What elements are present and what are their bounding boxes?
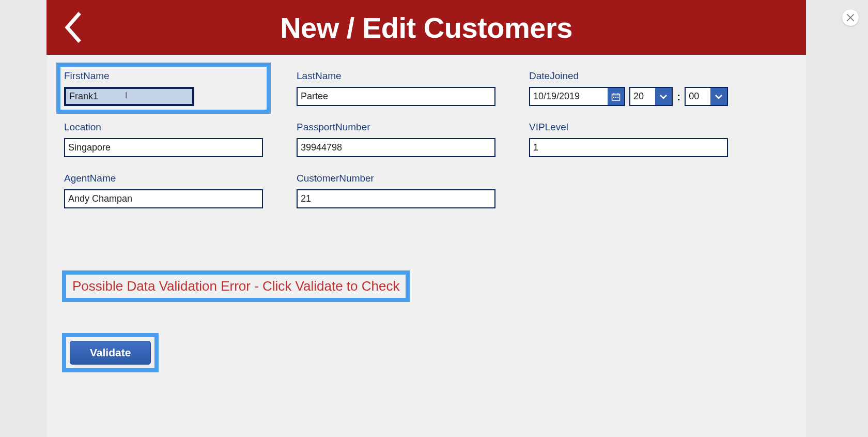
page-title: New / Edit Customers xyxy=(47,11,806,44)
firstname-label: FirstName xyxy=(64,70,263,82)
customernumber-label: CustomerNumber xyxy=(297,173,495,184)
date-picker-button[interactable] xyxy=(608,88,624,105)
back-button[interactable] xyxy=(62,11,83,43)
time-separator: : xyxy=(677,90,680,103)
lastname-input[interactable] xyxy=(297,87,495,106)
hour-value: 20 xyxy=(630,88,655,105)
svg-rect-6 xyxy=(613,97,614,98)
hour-select: 20 xyxy=(629,87,673,106)
form-area: FirstName I LastName DateJoined xyxy=(47,55,806,383)
location-label: Location xyxy=(64,122,263,133)
agentname-input[interactable] xyxy=(64,189,263,208)
viplevel-field-group: VIPLevel xyxy=(529,122,728,157)
datejoined-field-group: DateJoined xyxy=(529,70,728,106)
location-input[interactable] xyxy=(64,138,263,157)
minute-value: 00 xyxy=(686,88,710,105)
customernumber-input[interactable] xyxy=(297,189,495,208)
datejoined-label: DateJoined xyxy=(529,70,728,82)
svg-rect-7 xyxy=(615,97,616,98)
passportnumber-field-group: PassportNumber xyxy=(297,122,495,157)
date-controls: 20 : 00 xyxy=(529,87,728,106)
app-container: New / Edit Customers FirstName I LastNam… xyxy=(47,0,806,437)
form-row-2: Location PassportNumber VIPLevel xyxy=(64,122,788,157)
close-icon xyxy=(847,14,854,21)
customernumber-field-group: CustomerNumber xyxy=(297,173,495,208)
svg-rect-8 xyxy=(617,97,618,98)
lastname-field-group: LastName xyxy=(297,70,495,106)
lastname-label: LastName xyxy=(297,70,495,82)
minute-dropdown-button[interactable] xyxy=(710,88,727,105)
location-field-group: Location xyxy=(64,122,263,157)
firstname-input[interactable] xyxy=(64,87,194,106)
agentname-label: AgentName xyxy=(64,173,263,184)
close-button[interactable] xyxy=(842,9,859,26)
datejoined-date-input[interactable] xyxy=(530,88,608,105)
calendar-icon xyxy=(611,93,621,101)
passportnumber-input[interactable] xyxy=(297,138,495,157)
chevron-down-icon xyxy=(715,94,723,99)
passportnumber-label: PassportNumber xyxy=(297,122,495,133)
chevron-down-icon xyxy=(659,94,668,99)
header-bar: New / Edit Customers xyxy=(47,0,806,55)
form-row-3: AgentName CustomerNumber xyxy=(64,173,788,208)
validate-button-highlight: Validate xyxy=(62,333,159,372)
firstname-field-group: FirstName I xyxy=(56,63,271,114)
chevron-left-icon xyxy=(62,11,83,43)
validate-button[interactable]: Validate xyxy=(70,341,151,365)
agentname-field-group: AgentName xyxy=(64,173,263,208)
validation-message-highlight: Possible Data Validation Error - Click V… xyxy=(62,270,410,302)
date-input-wrapper xyxy=(529,87,625,106)
viplevel-label: VIPLevel xyxy=(529,122,728,133)
minute-select: 00 xyxy=(685,87,728,106)
form-row-1: FirstName I LastName DateJoined xyxy=(64,70,788,106)
hour-dropdown-button[interactable] xyxy=(655,88,672,105)
viplevel-input[interactable] xyxy=(529,138,728,157)
validation-message: Possible Data Validation Error - Click V… xyxy=(72,278,399,294)
